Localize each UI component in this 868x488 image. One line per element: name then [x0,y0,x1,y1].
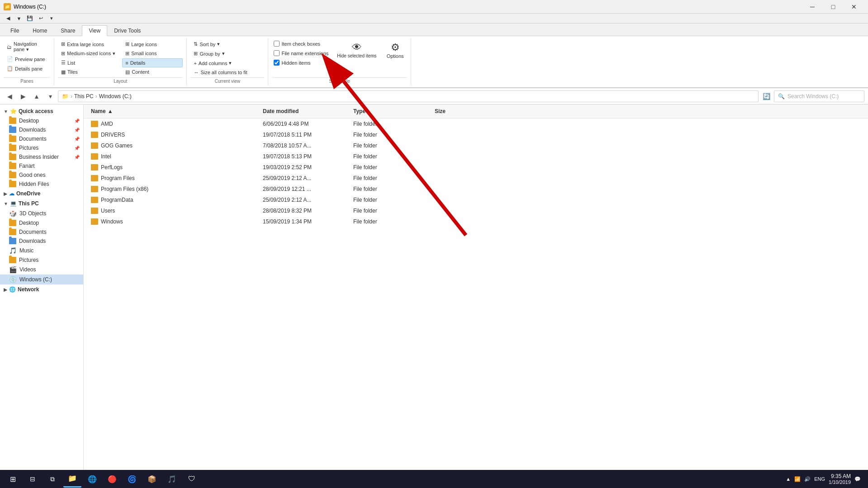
table-row[interactable]: Intel 19/07/2018 5:13 PM File folder [84,151,868,162]
details-pane-button[interactable]: 📋 Details pane [4,64,50,73]
qa-down-button[interactable]: ▼ [14,14,24,23]
forward-button[interactable]: ▶ [17,90,29,102]
sidebar-item-3d-objects[interactable]: 🎲 3D Objects [0,208,83,218]
list-icon: ☰ [61,60,66,66]
recent-dropdown[interactable]: ▾ [44,90,56,102]
chevron-icon[interactable]: ▲ [786,476,791,482]
search-taskbar-button[interactable]: ⊟ [24,470,42,488]
add-columns-button[interactable]: + Add columns ▾ [190,59,264,67]
sidebar-item-business-insider[interactable]: Business Insider 📌 [0,152,83,161]
table-row[interactable]: PerfLogs 19/03/2019 2:52 PM File folder [84,162,868,173]
hide-selected-button[interactable]: 👁 Hide selected items [334,40,379,60]
maximize-button[interactable]: □ [823,0,844,14]
sidebar-item-music[interactable]: 🎵 Music [0,246,83,256]
app2-taskbar[interactable]: 📦 [143,470,161,488]
sort-by-button[interactable]: ⇅ Sort by ▾ [190,40,264,48]
col-date-header[interactable]: Date modified [259,106,350,116]
col-type-header[interactable]: Type [350,106,431,116]
quick-access-header[interactable]: ▼ ⭐ Quick access [0,106,83,116]
qa-save-button[interactable]: 💾 [25,14,34,23]
file-date-cell: 25/09/2019 2:12 A... [259,195,350,205]
extra-large-icons-button[interactable]: ⊞ Extra large icons [58,40,119,49]
table-row[interactable]: AMD 6/06/2019 4:48 PM File folder [84,118,868,129]
sidebar-item-documents-thispc[interactable]: Documents [0,227,83,237]
file-name-extensions-label[interactable]: File name extensions [272,49,330,57]
sidebar-item-hidden-files[interactable]: Hidden Files [0,180,83,189]
xl-icons-icon: ⊞ [61,41,65,47]
sidebar-item-downloads[interactable]: Downloads 📌 [0,125,83,134]
sidebar-item-desktop[interactable]: Desktop 📌 [0,116,83,125]
large-icons-button[interactable]: ⊞ Large icons [122,40,183,49]
navigation-pane-button[interactable]: 🗂 Navigationpane ▾ [4,40,50,54]
sidebar-item-desktop-thispc[interactable]: Desktop [0,218,83,227]
list-button[interactable]: ☰ List [58,58,119,67]
qa-back-button[interactable]: ◀ [4,14,13,23]
table-row[interactable]: GOG Games 7/08/2018 10:57 A... File fold… [84,140,868,151]
sidebar-item-pictures[interactable]: Pictures 📌 [0,143,83,152]
sidebar-item-good-ones[interactable]: Good ones [0,171,83,180]
size-columns-button[interactable]: ↔ Size all columns to fit [190,68,264,76]
table-row[interactable]: Program Files 25/09/2019 2:12 A... File … [84,173,868,184]
tab-file[interactable]: File [4,25,26,36]
table-row[interactable]: DRIVERS 19/07/2018 5:11 PM File folder [84,129,868,140]
qa-undo-button[interactable]: ↩ [36,14,45,23]
taskbar-clock[interactable]: 9:35 AM 1/10/2019 [829,473,851,485]
qa-dropdown[interactable]: ▾ [47,14,56,23]
this-pc-header[interactable]: ▼ 💻 This PC [0,199,83,208]
item-checkboxes-label[interactable]: Item check boxes [272,40,330,47]
chrome-taskbar[interactable]: 🌀 [123,470,141,488]
refresh-button[interactable]: 🔄 [760,90,772,102]
tiles-button[interactable]: ▦ Tiles [58,68,119,77]
notification-icon[interactable]: 💬 [854,476,861,482]
onedrive-label: OneDrive [16,190,40,197]
app3-taskbar[interactable]: 🎵 [163,470,181,488]
tab-share[interactable]: Share [54,25,82,36]
search-icon: 🔍 [778,93,785,99]
sort-icon: ⇅ [194,41,198,47]
table-row[interactable]: Users 28/08/2019 8:32 PM File folder [84,205,868,216]
col-size-header[interactable]: Size [431,106,476,116]
tab-drive-tools[interactable]: Drive Tools [107,25,147,36]
breadcrumb[interactable]: 📁 › This PC › Windows (C:) [58,90,759,102]
options-button[interactable]: ⚙ Options [384,40,407,61]
sidebar-item-label: Business Insider [19,154,59,160]
tab-view[interactable]: View [82,25,107,36]
sidebar-item-documents[interactable]: Documents 📌 [0,134,83,143]
hidden-items-input[interactable] [274,60,280,66]
sidebar-item-label: Hidden Files [19,181,49,187]
close-button[interactable]: ✕ [844,0,864,14]
content-button[interactable]: ▤ Content [122,68,183,77]
sidebar-item-pictures-thispc[interactable]: Pictures [0,256,83,265]
group-by-button[interactable]: ⊞ Group by ▾ [190,49,264,58]
app1-taskbar[interactable]: 🔴 [103,470,121,488]
up-button[interactable]: ▲ [31,90,43,102]
sidebar-item-downloads-thispc[interactable]: Downloads [0,237,83,246]
vpn-taskbar[interactable]: 🛡 [183,470,201,488]
medium-icons-button[interactable]: ⊞ Medium-sized icons ▾ [58,49,119,58]
task-view-button[interactable]: ⧉ [43,470,62,488]
file-name-cell: ProgramData [87,195,259,205]
back-button[interactable]: ◀ [4,90,15,102]
start-button[interactable]: ⊞ [4,470,22,488]
table-row[interactable]: Windows 15/09/2019 1:34 PM File folder [84,216,868,227]
minimize-button[interactable]: ─ [802,0,823,14]
sidebar-item-videos[interactable]: 🎬 Videos [0,265,83,275]
table-row[interactable]: Program Files (x86) 28/09/2019 12:21 ...… [84,184,868,194]
item-checkboxes-input[interactable] [274,41,280,47]
medium-icons-dropdown[interactable]: ▾ [113,51,115,57]
file-name-extensions-input[interactable] [274,50,280,56]
col-name-header[interactable]: Name ▲ [87,106,259,116]
tab-home[interactable]: Home [26,25,54,36]
preview-pane-button[interactable]: 📄 Preview pane [4,55,50,63]
details-button[interactable]: ≡ Details [122,58,183,67]
sidebar-item-windows-c[interactable]: 💿 Windows (C:) [0,275,83,284]
table-row[interactable]: ProgramData 25/09/2019 2:12 A... File fo… [84,194,868,205]
sidebar-item-fanart[interactable]: Fanart [0,161,83,171]
onedrive-header[interactable]: ▶ ☁ OneDrive [0,189,83,199]
file-explorer-taskbar[interactable]: 📁 [63,470,81,488]
network-header[interactable]: ▶ 🌐 Network [0,284,83,294]
hidden-items-label[interactable]: Hidden items [272,59,330,66]
small-icons-button[interactable]: ⊞ Small icons [122,49,183,58]
edge-taskbar[interactable]: 🌐 [83,470,101,488]
search-bar[interactable]: 🔍 Search Windows (C:) [774,90,864,102]
